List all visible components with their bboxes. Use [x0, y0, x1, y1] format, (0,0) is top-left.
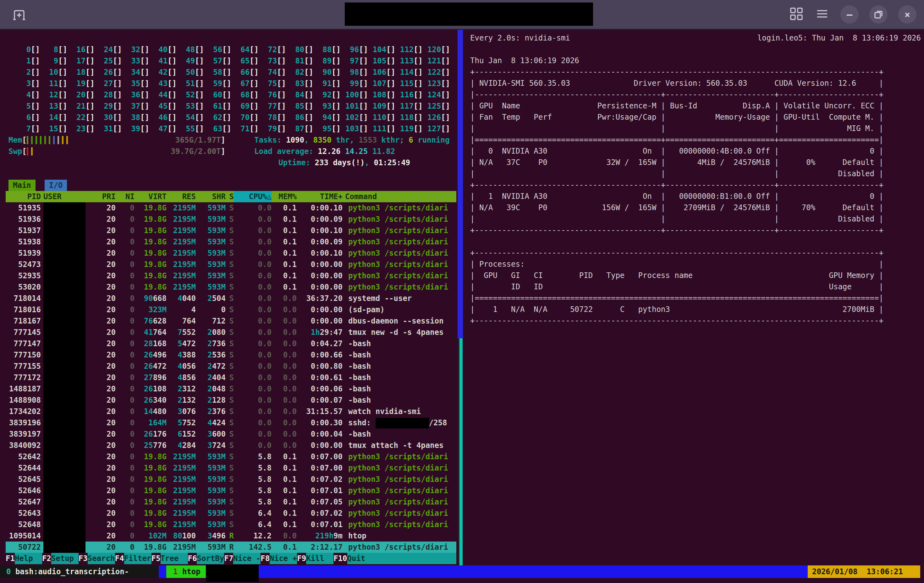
workspace-grid-icon[interactable] — [789, 6, 804, 23]
redacted-username — [43, 417, 86, 428]
cpu-meter-cell: 5[] — [13, 100, 40, 112]
cpu-meter-cell: 79[] — [259, 123, 286, 135]
htop-pane[interactable]: 0[]8[]16[]24[]32[]40[]48[]56[]64[]72[]80… — [0, 30, 456, 565]
cpu-meter-cell: 31[] — [95, 123, 122, 135]
cpu-meter-cell: 6[] — [13, 112, 40, 123]
column-header-time[interactable]: TIME+ — [297, 191, 343, 202]
cpu-meter-cell: 75[] — [259, 78, 286, 89]
table-row[interactable]: 5264420019.8G2195M593MS5.80.10:07.00pyth… — [6, 463, 456, 474]
redacted-username — [43, 440, 86, 451]
table-row[interactable]: 7771472002816854722736S0.00.00:04.27-bas… — [6, 338, 456, 349]
table-row[interactable]: 5193520019.8G2195M593MS0.00.10:00.10pyth… — [6, 202, 456, 214]
fkey-f9[interactable]: F9 — [297, 553, 306, 564]
fkey-f1[interactable]: F1 — [6, 553, 15, 564]
column-header-user[interactable]: USER — [41, 191, 88, 202]
table-row[interactable]: 38400922002577642843724S0.00.00:00.00tmu… — [6, 440, 456, 451]
cpu-meter-cell: 89[] — [314, 55, 341, 67]
column-header-shr[interactable]: SHR — [196, 191, 226, 202]
cpu-meter-cell: 123[] — [423, 78, 450, 89]
pane-divider-teal-segment — [459, 338, 463, 565]
table-row[interactable]: 38391972002617661523600S0.00.00:00.04-ba… — [6, 428, 456, 440]
fkey-f7[interactable]: F7 — [224, 553, 233, 564]
cpu-meter-cell: 2[] — [13, 67, 40, 78]
cpu-meter-cell: 58[] — [204, 67, 231, 78]
new-tab-icon[interactable] — [12, 8, 26, 23]
column-header-res[interactable]: RES — [167, 191, 196, 202]
nvidia-smi-pane[interactable]: Every 2.0s: nvidia-smi login.leo5: Thu J… — [466, 30, 924, 583]
table-row[interactable]: 5293520019.8G2195M593MS0.00.10:00.00pyth… — [6, 270, 456, 282]
table-row[interactable]: 5264820019.8G2195M593MS6.40.10:07.01pyth… — [6, 519, 456, 530]
fkey-label-sortby[interactable]: SortBy — [197, 553, 224, 564]
cpu-meter-cell: 46[] — [149, 112, 177, 123]
redacted-username — [43, 507, 86, 519]
table-row[interactable]: 5193620019.8G2195M593MS0.00.10:00.09pyth… — [6, 214, 456, 225]
table-row[interactable]: 1095014200102M801003496R12.20.0219h9mhto… — [6, 530, 456, 542]
table-row[interactable]: 17342022001448030762376S0.00.031:15.57wa… — [6, 406, 456, 417]
pane-divider[interactable] — [456, 30, 465, 565]
cpu-meter-cell: 117[] — [395, 100, 423, 112]
tmux-window-0[interactable]: 0 bash:audio_transcription- — [0, 565, 159, 578]
table-row[interactable]: 7771502002649643882536S0.00.00:00.66-bas… — [6, 349, 456, 361]
fkey-f8[interactable]: F8 — [261, 553, 270, 564]
cpu-meter-cell: 81[] — [286, 55, 314, 67]
table-row[interactable]: 7771552002647240562472S0.00.00:00.80-bas… — [6, 361, 456, 372]
table-row[interactable]: 5264320019.8G2195M593MS6.40.10:07.02pyth… — [6, 507, 456, 519]
table-row[interactable]: 5264220019.8G2195M593MS5.80.10:07.00pyth… — [6, 451, 456, 463]
table-row-selected[interactable]: 5072220019.8G2195M593MR142.50.12:12.17py… — [6, 542, 456, 553]
column-header-virt[interactable]: VIRT — [135, 191, 167, 202]
table-row[interactable]: 5264720019.8G2195M593MS5.80.10:07.05pyth… — [6, 496, 456, 507]
table-row[interactable]: 5193820019.8G2195M593MS0.00.10:00.09pyth… — [6, 236, 456, 247]
redacted-username — [43, 406, 86, 417]
cpu-meter-cell: 18[] — [67, 67, 95, 78]
fkey-f3[interactable]: F3 — [79, 553, 88, 564]
fkey-label-setup[interactable]: Setup — [51, 553, 79, 564]
table-row[interactable]: 5247320019.8G2195M593MS0.00.10:00.00pyth… — [6, 259, 456, 270]
fkey-label-filter[interactable]: Filter — [124, 553, 152, 564]
table-row[interactable]: 3839196200164M57524424S0.00.00:00.30sshd… — [6, 417, 456, 428]
cpu-meter-cell: 52[] — [177, 89, 204, 100]
fkey-label-search[interactable]: Search — [88, 553, 115, 564]
column-header-pri[interactable]: PRI — [88, 191, 116, 202]
fkey-label-kill[interactable]: Kill — [306, 553, 333, 564]
cpu-meter-cell: 66[] — [231, 67, 259, 78]
table-row[interactable]: 7180142009066840402504S0.00.036:37.20sys… — [6, 293, 456, 304]
hamburger-menu-icon[interactable] — [815, 6, 830, 23]
fkey-label-tree[interactable]: Tree — [161, 553, 188, 564]
process-table-header[interactable]: PIDUSERPRINIVIRTRESSHRSCPU%△MEM%TIME+Com… — [6, 191, 456, 202]
fkey-label-nice-[interactable]: Nice + — [270, 553, 297, 564]
column-header-pid[interactable]: PID — [6, 191, 41, 202]
table-row[interactable]: 14881872002610823122048S0.00.00:00.06-ba… — [6, 383, 456, 395]
table-row[interactable]: 7771722002789648562404S0.00.00:00.61-bas… — [6, 372, 456, 383]
table-row[interactable]: 5193920019.8G2195M593MS0.00.10:00.10pyth… — [6, 247, 456, 259]
fkey-f2[interactable]: F2 — [42, 553, 51, 564]
restore-button[interactable] — [869, 5, 888, 23]
cpu-meter-cell: 7[] — [13, 123, 40, 135]
table-row[interactable]: 718016200323M40S0.00.00:00.00(sd-pam) — [6, 304, 456, 315]
table-row[interactable]: 71816720076628764712S0.00.00:00.00dbus-d… — [6, 315, 456, 327]
table-row[interactable]: 5264620019.8G2195M593MS5.80.10:07.01pyth… — [6, 485, 456, 496]
fkey-label-help[interactable]: Help — [15, 553, 42, 564]
minimize-button[interactable]: – — [840, 5, 859, 23]
fkey-f5[interactable]: F5 — [152, 553, 161, 564]
tab-main[interactable]: Main — [8, 180, 36, 191]
table-row[interactable]: 5264520019.8G2195M593MS5.80.10:07.02pyth… — [6, 474, 456, 485]
fkey-f4[interactable]: F4 — [115, 553, 124, 564]
column-header-command[interactable]: Command — [343, 191, 456, 202]
close-button[interactable]: × — [898, 5, 916, 23]
fkey-label-quit[interactable]: Quit — [347, 553, 375, 564]
column-header-s[interactable]: S — [226, 191, 234, 202]
table-row[interactable]: 5193720019.8G2195M593MS0.00.10:00.10pyth… — [6, 225, 456, 236]
fkey-f10[interactable]: F10 — [333, 553, 347, 564]
table-row[interactable]: 7771452004176475522080S0.00.01h29:47tmux… — [6, 327, 456, 338]
table-row[interactable]: 14889082002634021322128S0.00.00:00.07-ba… — [6, 395, 456, 406]
fkey-label-nice-[interactable]: Nice - — [233, 553, 261, 564]
column-header-ni[interactable]: NI — [116, 191, 135, 202]
table-row[interactable]: 5302020019.8G2195M593MS0.00.10:00.00pyth… — [6, 282, 456, 293]
cpu-meter-cell: 47[] — [149, 123, 177, 135]
cpu-meter-cell: 26[] — [95, 67, 122, 78]
tab-i-o[interactable]: I/O — [45, 180, 67, 191]
redacted-username — [43, 361, 86, 372]
column-header-cpu[interactable]: CPU%△ — [234, 191, 272, 202]
column-header-mem[interactable]: MEM% — [272, 191, 297, 202]
fkey-f6[interactable]: F6 — [188, 553, 197, 564]
